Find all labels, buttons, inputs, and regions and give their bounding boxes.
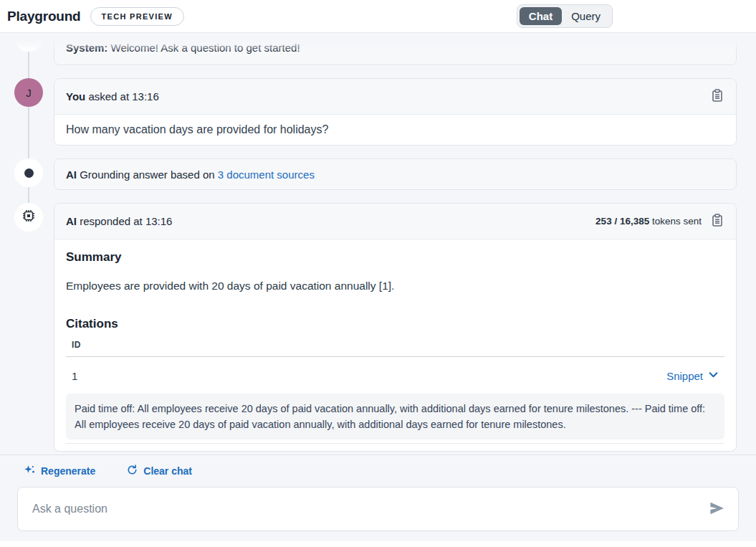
question-input[interactable] — [32, 503, 708, 515]
message-list: System: Welcome! Ask a question to get s… — [14, 33, 737, 452]
system-prefix: System: — [66, 42, 107, 54]
system-message-card: System: Welcome! Ask a question to get s… — [54, 33, 737, 65]
system-text: Welcome! Ask a question to get started! — [111, 42, 300, 54]
tab-chat[interactable]: Chat — [520, 7, 562, 25]
user-message-card: You asked at 13:16 — [54, 78, 737, 146]
chip-icon — [21, 208, 37, 227]
playground-app: Playground TECH PREVIEW Chat Query Sys — [0, 0, 756, 547]
sparkle-icon — [24, 465, 35, 477]
system-message-row: System: Welcome! Ask a question to get s… — [14, 33, 737, 65]
regenerate-button[interactable]: Regenerate — [24, 465, 95, 477]
system-dot-icon — [26, 34, 32, 41]
refresh-icon — [127, 465, 138, 477]
user-message-row: J You asked at 13:16 — [14, 78, 737, 146]
grounding-prefix: AI — [66, 168, 77, 181]
ai-message-row: AI responded at 13:16 253 / 16,385 token… — [14, 203, 737, 452]
summary-text: Employees are provided with 20 days of p… — [66, 279, 724, 293]
snippet-label: Snippet — [666, 370, 703, 382]
user-meta: asked at 13:16 — [88, 90, 158, 103]
system-avatar — [14, 33, 43, 52]
copy-answer-button[interactable] — [710, 213, 724, 229]
ai-meta: responded at 13:16 — [80, 215, 172, 227]
send-button[interactable] — [708, 500, 725, 519]
citation-id: 1 — [72, 370, 77, 382]
ai-avatar — [14, 203, 43, 232]
grounding-message-row: AI Grounding answer based on 3 document … — [14, 158, 737, 190]
copy-question-button[interactable] — [710, 88, 724, 105]
snippet-toggle-button[interactable]: Snippet — [666, 369, 719, 382]
grounding-avatar — [14, 158, 43, 187]
citations-table: ID 1 Snippet — [66, 340, 724, 444]
tech-preview-badge: TECH PREVIEW — [90, 7, 184, 26]
citations-id-header: ID — [66, 340, 724, 357]
summary-heading: Summary — [66, 250, 724, 265]
ai-prefix: AI — [66, 215, 77, 227]
question-composer — [17, 487, 739, 531]
clipboard-icon — [710, 213, 724, 229]
citations-heading: Citations — [66, 317, 724, 331]
bottom-strip — [0, 541, 756, 547]
app-header: Playground TECH PREVIEW Chat Query — [0, 0, 756, 33]
document-sources-link[interactable]: 3 document sources — [218, 168, 315, 181]
chevron-down-icon — [708, 369, 719, 382]
token-count: 253 / 16,385 tokens sent — [595, 216, 702, 227]
clear-chat-button[interactable]: Clear chat — [127, 465, 192, 477]
user-avatar: J — [14, 78, 43, 107]
grounding-text: Grounding answer based on — [80, 168, 214, 181]
send-icon — [708, 500, 725, 519]
page-title: Playground — [7, 9, 81, 24]
grounding-card: AI Grounding answer based on 3 document … — [54, 158, 737, 190]
chat-footer: Regenerate Clear chat — [0, 455, 756, 541]
ai-response-card: AI responded at 13:16 253 / 16,385 token… — [54, 203, 737, 452]
grounding-dot-icon — [24, 168, 34, 178]
snippet-text: Paid time off: All employees receive 20 … — [66, 394, 724, 439]
tab-query[interactable]: Query — [562, 7, 610, 25]
user-question-text: How many vacation days are provided for … — [54, 115, 736, 145]
mode-toggle: Chat Query — [517, 4, 613, 28]
clipboard-icon — [710, 88, 724, 105]
citation-row: 1 Snippet — [66, 357, 724, 394]
chat-scroll-area[interactable]: System: Welcome! Ask a question to get s… — [0, 33, 756, 455]
user-prefix: You — [66, 90, 85, 103]
